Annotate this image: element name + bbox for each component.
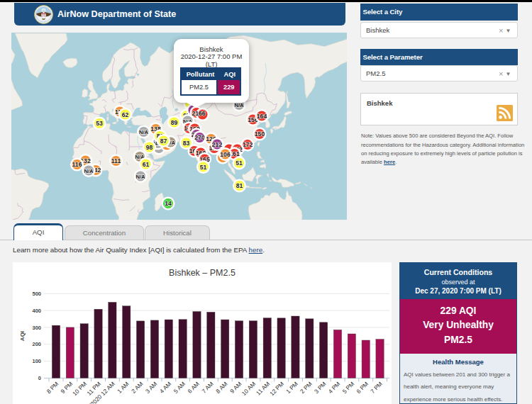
svg-text:164: 164: [257, 113, 267, 120]
svg-text:6 PM: 6 PM: [355, 380, 370, 395]
svg-text:116: 116: [72, 161, 82, 168]
svg-text:1 PM: 1 PM: [284, 380, 299, 395]
svg-text:N/A: N/A: [135, 174, 145, 180]
svg-text:2 AM: 2 AM: [130, 380, 145, 395]
svg-text:3 PM: 3 PM: [313, 380, 328, 395]
svg-text:270: 270: [194, 134, 205, 141]
svg-text:83: 83: [183, 140, 190, 147]
svg-text:5 PM: 5 PM: [341, 380, 356, 395]
svg-text:500: 500: [32, 291, 41, 297]
svg-text:150: 150: [255, 130, 265, 138]
svg-text:81: 81: [236, 182, 243, 189]
svg-text:61: 61: [143, 161, 150, 168]
svg-text:106: 106: [220, 151, 231, 158]
svg-text:2166: 2166: [192, 110, 205, 117]
svg-text:11 AM: 11 AM: [255, 380, 271, 396]
svg-text:300: 300: [32, 325, 41, 331]
svg-text:200: 200: [32, 341, 41, 347]
svg-text:8 PM: 8 PM: [45, 380, 60, 395]
svg-text:7 PM: 7 PM: [369, 380, 384, 395]
svg-text:6 AM: 6 AM: [186, 380, 201, 395]
svg-text:8 AM: 8 AM: [214, 380, 229, 395]
svg-text:12 PM: 12 PM: [268, 380, 285, 397]
svg-text:5 AM: 5 AM: [172, 380, 187, 395]
svg-text:Bishkek – PM2.5: Bishkek – PM2.5: [169, 268, 235, 278]
svg-text:10 PM: 10 PM: [71, 380, 88, 397]
svg-text:4 AM: 4 AM: [158, 380, 173, 395]
svg-text:98: 98: [146, 144, 153, 151]
svg-text:14: 14: [165, 200, 172, 207]
svg-text:4 PM: 4 PM: [327, 380, 342, 395]
svg-text:87: 87: [160, 138, 167, 145]
svg-text:1 AM: 1 AM: [116, 380, 131, 395]
svg-text:0: 0: [38, 375, 41, 381]
svg-text:3 AM: 3 AM: [144, 380, 159, 395]
svg-text:172: 172: [243, 141, 253, 148]
svg-text:62: 62: [122, 111, 129, 118]
svg-text:111: 111: [111, 157, 121, 164]
svg-text:89: 89: [171, 119, 178, 126]
svg-text:AQI: AQI: [19, 331, 26, 341]
svg-text:N/A: N/A: [234, 102, 244, 108]
svg-text:10 AM: 10 AM: [240, 380, 257, 397]
svg-text:2 PM: 2 PM: [299, 380, 314, 395]
svg-text:51: 51: [235, 159, 243, 167]
svg-text:212: 212: [212, 141, 223, 148]
svg-text:51: 51: [200, 164, 207, 171]
svg-text:53: 53: [96, 120, 103, 127]
svg-text:7 AM: 7 AM: [200, 380, 215, 395]
svg-text:N/A: N/A: [139, 129, 149, 135]
svg-text:100: 100: [32, 358, 41, 364]
svg-text:N/A: N/A: [84, 168, 94, 174]
svg-text:400: 400: [32, 308, 41, 314]
